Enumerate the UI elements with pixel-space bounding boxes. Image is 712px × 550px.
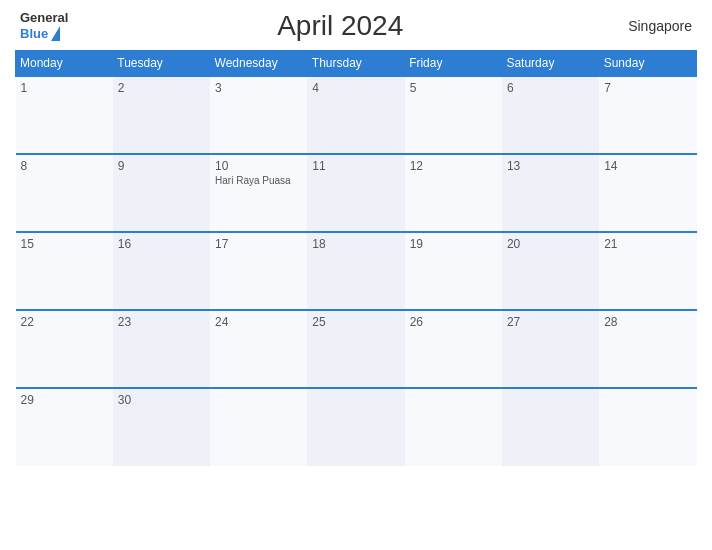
day-number: 10 — [215, 159, 302, 173]
day-number: 15 — [21, 237, 108, 251]
day-number: 3 — [215, 81, 302, 95]
day-cell: 15 — [16, 232, 113, 310]
day-cell: 28 — [599, 310, 696, 388]
day-cell — [502, 388, 599, 466]
col-monday: Monday — [16, 51, 113, 77]
day-number: 18 — [312, 237, 399, 251]
day-cell: 18 — [307, 232, 404, 310]
col-sunday: Sunday — [599, 51, 696, 77]
day-cell — [210, 388, 307, 466]
day-cell: 14 — [599, 154, 696, 232]
day-cell: 2 — [113, 76, 210, 154]
day-cell: 23 — [113, 310, 210, 388]
week-row-4: 22232425262728 — [16, 310, 697, 388]
day-number: 19 — [410, 237, 497, 251]
day-number: 23 — [118, 315, 205, 329]
logo-general-text: General — [20, 10, 68, 26]
day-cell: 22 — [16, 310, 113, 388]
day-number: 14 — [604, 159, 691, 173]
day-cell: 25 — [307, 310, 404, 388]
day-number: 6 — [507, 81, 594, 95]
logo-mark: General Blue — [20, 10, 68, 41]
day-number: 5 — [410, 81, 497, 95]
day-cell: 9 — [113, 154, 210, 232]
day-cell: 12 — [405, 154, 502, 232]
day-cell: 24 — [210, 310, 307, 388]
day-number: 20 — [507, 237, 594, 251]
week-row-2: 8910Hari Raya Puasa11121314 — [16, 154, 697, 232]
col-saturday: Saturday — [502, 51, 599, 77]
day-number: 2 — [118, 81, 205, 95]
day-number: 17 — [215, 237, 302, 251]
day-number: 26 — [410, 315, 497, 329]
day-number: 9 — [118, 159, 205, 173]
day-cell: 10Hari Raya Puasa — [210, 154, 307, 232]
day-number: 7 — [604, 81, 691, 95]
col-thursday: Thursday — [307, 51, 404, 77]
day-cell: 6 — [502, 76, 599, 154]
day-number: 4 — [312, 81, 399, 95]
logo: General Blue — [20, 10, 68, 41]
day-cell: 13 — [502, 154, 599, 232]
day-cell: 26 — [405, 310, 502, 388]
day-cell: 20 — [502, 232, 599, 310]
day-number: 27 — [507, 315, 594, 329]
logo-triangle-icon — [51, 26, 60, 41]
day-cell: 16 — [113, 232, 210, 310]
day-number: 24 — [215, 315, 302, 329]
day-number: 8 — [21, 159, 108, 173]
day-number: 30 — [118, 393, 205, 407]
day-cell: 3 — [210, 76, 307, 154]
month-title: April 2024 — [68, 10, 612, 42]
col-wednesday: Wednesday — [210, 51, 307, 77]
week-row-5: 2930 — [16, 388, 697, 466]
day-number: 22 — [21, 315, 108, 329]
day-cell: 11 — [307, 154, 404, 232]
col-friday: Friday — [405, 51, 502, 77]
day-cell — [307, 388, 404, 466]
day-cell: 21 — [599, 232, 696, 310]
day-cell: 19 — [405, 232, 502, 310]
calendar-body: 12345678910Hari Raya Puasa11121314151617… — [16, 76, 697, 466]
day-cell: 1 — [16, 76, 113, 154]
weekday-header-row: Monday Tuesday Wednesday Thursday Friday… — [16, 51, 697, 77]
day-number: 21 — [604, 237, 691, 251]
day-number: 28 — [604, 315, 691, 329]
day-cell — [599, 388, 696, 466]
calendar-page: General Blue April 2024 Singapore Monday… — [0, 0, 712, 550]
day-number: 13 — [507, 159, 594, 173]
region-label: Singapore — [612, 18, 692, 34]
day-number: 25 — [312, 315, 399, 329]
day-number: 29 — [21, 393, 108, 407]
week-row-3: 15161718192021 — [16, 232, 697, 310]
calendar-table: Monday Tuesday Wednesday Thursday Friday… — [15, 50, 697, 466]
day-cell: 4 — [307, 76, 404, 154]
logo-blue-text: Blue — [20, 26, 68, 42]
day-number: 16 — [118, 237, 205, 251]
day-cell: 7 — [599, 76, 696, 154]
col-tuesday: Tuesday — [113, 51, 210, 77]
day-cell: 29 — [16, 388, 113, 466]
day-cell: 17 — [210, 232, 307, 310]
day-cell: 27 — [502, 310, 599, 388]
holiday-label: Hari Raya Puasa — [215, 175, 302, 186]
day-number: 11 — [312, 159, 399, 173]
day-cell — [405, 388, 502, 466]
day-cell: 8 — [16, 154, 113, 232]
day-cell: 5 — [405, 76, 502, 154]
day-number: 1 — [21, 81, 108, 95]
day-number: 12 — [410, 159, 497, 173]
day-cell: 30 — [113, 388, 210, 466]
calendar-header: General Blue April 2024 Singapore — [15, 10, 697, 42]
week-row-1: 1234567 — [16, 76, 697, 154]
